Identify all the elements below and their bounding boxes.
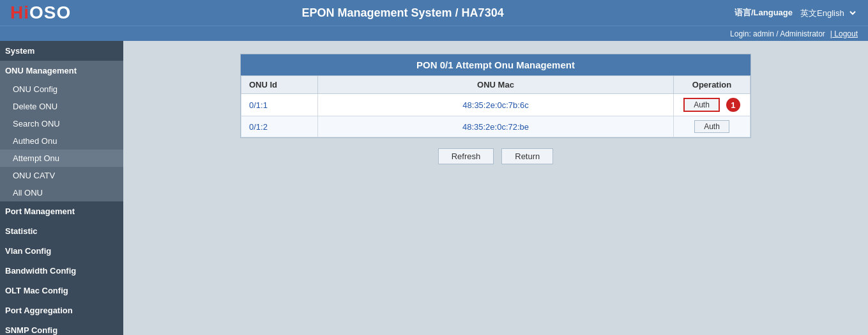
panel-header: PON 0/1 Attempt Onu Management — [241, 54, 750, 75]
sidebar-item-vlan-config[interactable]: Vlan Config — [0, 241, 123, 261]
button-row: Refresh Return — [136, 138, 855, 175]
sidebar-item-onu-config[interactable]: ONU Config — [0, 81, 123, 98]
logo: HiOSO — [10, 3, 71, 23]
table-row: 0/1:1 48:35:2e:0c:7b:6c Auth 1 — [241, 94, 750, 116]
onu-mac-cell: 48:35:2e:0c:7b:6c — [318, 94, 674, 116]
operation-cell: Auth — [674, 116, 750, 137]
onu-table: ONU Id ONU Mac Operation 0/1:1 48:35:2e:… — [241, 75, 750, 137]
sidebar-item-bandwidth-config[interactable]: Bandwidth Config — [0, 261, 123, 281]
main-layout: System ONU Management ONU Config Delete … — [0, 41, 868, 335]
sidebar-item-port-management[interactable]: Port Management — [0, 201, 123, 221]
header-title: EPON Management System / HA7304 — [71, 6, 735, 20]
header-bottom: Login: admin / Administrator | Logout — [0, 26, 868, 41]
col-header-onu-id: ONU Id — [241, 76, 318, 94]
operation-cell: Auth 1 — [674, 94, 750, 116]
table-row: 0/1:2 48:35:2e:0c:72:be Auth — [241, 116, 750, 137]
sidebar-item-all-onu[interactable]: All ONU — [0, 184, 123, 201]
refresh-button[interactable]: Refresh — [438, 148, 494, 164]
panel: PON 0/1 Attempt Onu Management ONU Id ON… — [240, 54, 751, 138]
sidebar: System ONU Management ONU Config Delete … — [0, 41, 123, 335]
auth-button-1[interactable]: Auth — [683, 98, 720, 112]
sidebar-item-attempt-onu[interactable]: Attempt Onu — [0, 150, 123, 167]
badge-1: 1 — [726, 98, 740, 112]
col-header-operation: Operation — [674, 76, 750, 94]
return-button[interactable]: Return — [501, 148, 553, 164]
logout-link[interactable]: | Logout — [830, 29, 858, 38]
onu-mac-cell: 48:35:2e:0c:72:be — [318, 116, 674, 137]
content-area: PON 0/1 Attempt Onu Management ONU Id ON… — [123, 41, 868, 335]
sidebar-item-snmp-config[interactable]: SNMP Config — [0, 320, 123, 335]
language-label: 语言/Language — [735, 7, 793, 19]
sidebar-item-system[interactable]: System — [0, 41, 123, 61]
auth-button-2[interactable]: Auth — [694, 120, 729, 133]
sidebar-item-port-aggregation[interactable]: Port Aggregation — [0, 300, 123, 320]
col-header-onu-mac: ONU Mac — [318, 76, 674, 94]
sidebar-item-statistic[interactable]: Statistic — [0, 221, 123, 241]
sidebar-item-onu-catv[interactable]: ONU CATV — [0, 167, 123, 184]
sidebar-item-olt-mac-config[interactable]: OLT Mac Config — [0, 281, 123, 300]
logo-text: HiOSO — [10, 3, 71, 23]
header-top: HiOSO EPON Management System / HA7304 语言… — [0, 0, 868, 26]
sidebar-item-delete-onu[interactable]: Delete ONU — [0, 98, 123, 115]
onu-id-cell: 0/1:2 — [241, 116, 318, 137]
sidebar-item-authed-onu[interactable]: Authed Onu — [0, 132, 123, 150]
sidebar-item-search-onu[interactable]: Search ONU — [0, 115, 123, 132]
onu-id-cell: 0/1:1 — [241, 94, 318, 116]
header-lang: 语言/Language 英文English 中文Chinese — [735, 7, 858, 19]
operation-container: Auth 1 — [681, 98, 742, 112]
language-select[interactable]: 英文English 中文Chinese — [798, 8, 858, 19]
login-info: Login: admin / Administrator — [730, 29, 825, 38]
sidebar-item-onu-management[interactable]: ONU Management — [0, 61, 123, 81]
